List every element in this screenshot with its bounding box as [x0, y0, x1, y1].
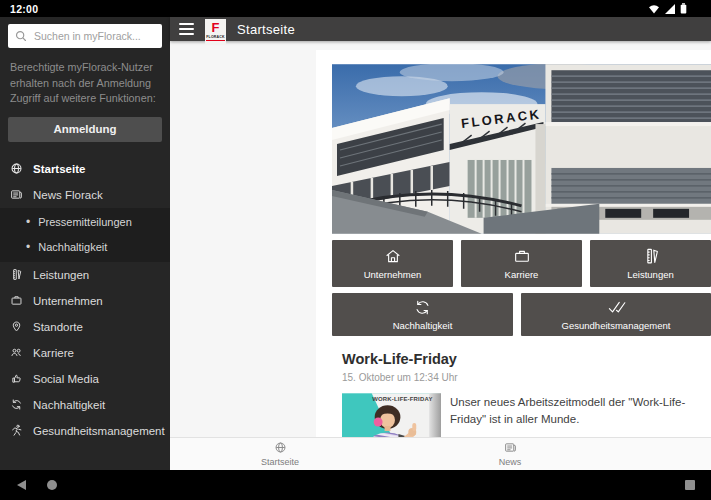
briefcase-icon — [10, 294, 23, 307]
sidebar-item-label: Leistungen — [33, 269, 89, 281]
sidebar-item-label: Nachhaltigkeit — [33, 399, 105, 411]
login-button[interactable]: Anmeldung — [8, 117, 162, 142]
work-life-friday-image: WORK-LIFE-FRIDAY — [342, 393, 441, 437]
search-icon — [15, 30, 27, 42]
tile-label: Leistungen — [627, 269, 673, 280]
menu-icon[interactable] — [179, 23, 194, 35]
bottom-nav-news[interactable]: News — [470, 441, 550, 467]
logo-wordmark: FLORACK — [206, 35, 225, 41]
logo-letter: F — [212, 22, 220, 34]
briefcase-icon — [512, 247, 532, 266]
sidebar-item-news-florack[interactable]: News Florack — [0, 182, 170, 208]
sidebar-item-label: Gesundheitsmanagement — [33, 425, 165, 437]
bullet-icon: • — [26, 215, 30, 229]
article-excerpt: Unser neues Arbeitszeitmodell der "Work-… — [450, 393, 693, 437]
hero-photo: FLORACK — [332, 64, 711, 234]
ruler-pen-icon — [10, 268, 23, 281]
tile-label: Nachhaltigkeit — [393, 320, 453, 331]
wifi-icon — [648, 4, 660, 14]
tile-karriere[interactable]: Karriere — [461, 240, 582, 287]
content-card: FLORACK — [316, 50, 711, 437]
signal-icon — [665, 4, 675, 14]
ruler-pen-icon — [641, 247, 661, 266]
sidebar-item-nachhaltigkeit[interactable]: Nachhaltigkeit — [0, 392, 170, 418]
status-icons — [648, 3, 687, 14]
tile-label: Karriere — [505, 269, 539, 280]
tile-nachhaltigkeit[interactable]: Nachhaltigkeit — [332, 293, 513, 336]
people-icon — [10, 346, 23, 359]
running-icon — [10, 424, 23, 437]
sidebar-item-gesundheitsmanagement[interactable]: Gesundheitsmanagement — [0, 418, 170, 444]
sidebar-item-label: Standorte — [33, 321, 83, 333]
bottom-nav: Startseite News — [170, 437, 711, 470]
article-date: 15. Oktober um 12:34 Uhr — [342, 372, 693, 383]
tile-unternehmen[interactable]: Unternehmen — [332, 240, 453, 287]
news-icon — [10, 188, 23, 201]
recycle-icon — [413, 298, 432, 317]
thumbnail-caption: WORK-LIFE-FRIDAY — [372, 396, 432, 402]
news-article[interactable]: Work-Life-Friday 15. Oktober um 12:34 Uh… — [342, 351, 711, 437]
article-body: WORK-LIFE-FRIDAY — [342, 393, 693, 437]
tile-grid-row2: Nachhaltigkeit Gesundheitsmanagement — [332, 293, 711, 336]
sidebar-item-startseite[interactable]: Startseite — [0, 156, 170, 182]
page-title: Startseite — [237, 22, 295, 37]
home-icon — [383, 247, 403, 266]
app-bar: F FLORACK Startseite — [170, 17, 711, 41]
recycle-icon — [10, 398, 23, 411]
bottom-nav-startseite[interactable]: Startseite — [240, 441, 320, 467]
android-nav-bar — [0, 470, 711, 500]
clock: 12:00 — [10, 3, 38, 15]
florack-logo[interactable]: F FLORACK — [205, 19, 226, 45]
globe-icon — [10, 162, 23, 175]
sidebar-item-leistungen[interactable]: Leistungen — [0, 262, 170, 288]
sidebar-subgroup-news: • Pressemitteilungen • Nachhaltigkeit — [0, 208, 170, 262]
building-photo: FLORACK — [332, 64, 711, 234]
sidebar-item-label: Nachhaltigkeit — [38, 241, 107, 253]
sidebar-item-label: Startseite — [33, 163, 85, 175]
home-button-icon[interactable] — [47, 480, 57, 490]
map-pin-icon — [10, 320, 23, 333]
tile-grid-row1: Unternehmen Karriere Leistungen — [332, 240, 711, 287]
news-icon — [504, 441, 517, 454]
sidebar-item-label: Karriere — [33, 347, 74, 359]
bottom-nav-label: News — [499, 457, 522, 467]
recents-button-icon[interactable] — [685, 480, 695, 490]
sidebar-item-unternehmen[interactable]: Unternehmen — [0, 288, 170, 314]
tile-gesundheitsmanagement[interactable]: Gesundheitsmanagement — [521, 293, 711, 336]
bottom-nav-label: Startseite — [261, 457, 299, 467]
sidebar-item-standorte[interactable]: Standorte — [0, 314, 170, 340]
sidebar: Berechtigte myFlorack-Nutzer erhalten na… — [0, 17, 170, 470]
tile-leistungen[interactable]: Leistungen — [590, 240, 711, 287]
sidebar-item-label: Pressemitteilungen — [38, 216, 132, 228]
sidebar-item-karriere[interactable]: Karriere — [0, 340, 170, 366]
app-screen: 12:00 Berechtigte myFlorack-Nutzer erhal… — [0, 0, 711, 500]
thumbs-up-icon — [10, 372, 23, 385]
sidebar-item-label: Social Media — [33, 373, 99, 385]
sidebar-item-label: Unternehmen — [33, 295, 103, 307]
bullet-icon: • — [26, 240, 30, 254]
login-teaser: Berechtigte myFlorack-Nutzer erhalten na… — [0, 48, 170, 107]
article-thumbnail[interactable]: WORK-LIFE-FRIDAY — [342, 393, 441, 437]
back-button-icon[interactable] — [17, 480, 26, 490]
sidebar-menu: Startseite News Florack • Pressemitteilu… — [0, 156, 170, 444]
tile-label: Gesundheitsmanagement — [562, 320, 671, 331]
sidebar-item-pressemitteilungen[interactable]: • Pressemitteilungen — [0, 210, 170, 235]
globe-icon — [274, 441, 287, 454]
article-title: Work-Life-Friday — [342, 351, 693, 367]
tile-label: Unternehmen — [364, 269, 422, 280]
status-bar: 12:00 — [0, 0, 711, 17]
search-box — [8, 24, 162, 48]
sidebar-item-nachhaltigkeit-sub[interactable]: • Nachhaltigkeit — [0, 235, 170, 260]
battery-icon — [680, 3, 687, 14]
sidebar-item-label: News Florack — [33, 189, 103, 201]
search-input[interactable] — [8, 24, 162, 48]
sidebar-item-social-media[interactable]: Social Media — [0, 366, 170, 392]
content-area: FLORACK — [170, 41, 711, 437]
double-check-icon — [606, 298, 627, 317]
